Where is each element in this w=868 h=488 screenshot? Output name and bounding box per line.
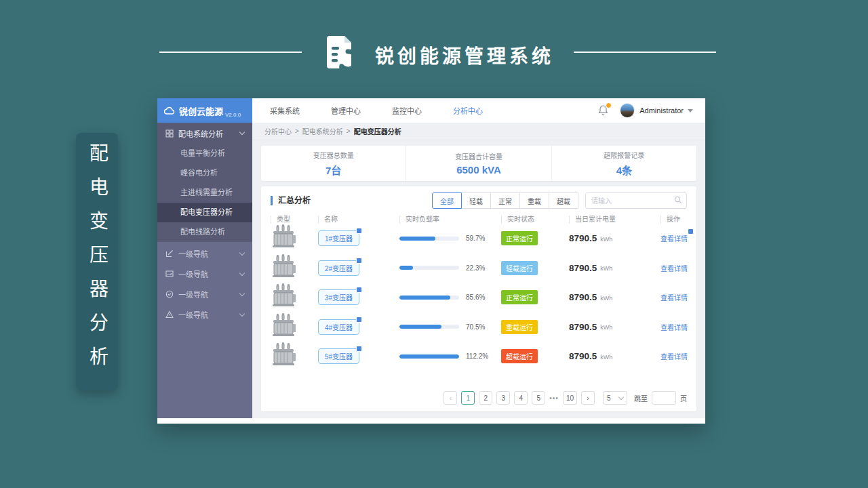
sidebar-group-label: 配电系统分析 — [178, 128, 240, 139]
transformer-image — [271, 283, 299, 311]
alarm-badge — [356, 287, 362, 293]
sidebar-group-nav-4[interactable]: 一级导航 — [157, 304, 252, 325]
content-area: 变压器总数量 7台 变压器合计容量 6500 kVA 超限报警记录 4条 汇总分… — [252, 140, 705, 418]
column-header-name: 名称 — [318, 216, 399, 224]
alarm-badge — [356, 228, 362, 234]
stat-transformer-count: 变压器总数量 7台 — [261, 146, 406, 181]
load-progress-bar — [399, 266, 459, 270]
table-row: 5#变压器 112.2% 超载运行 8790.5kWh 查看详情 — [271, 342, 687, 371]
load-progress-bar — [399, 296, 459, 300]
sidebar-item-transformer-analysis[interactable]: 配电变压器分析 — [157, 203, 252, 222]
stat-total-capacity: 变压器合计容量 6500 kVA — [406, 146, 551, 181]
chevron-down-icon — [239, 129, 245, 135]
system-title: 锐创能源管理系统 — [375, 41, 554, 68]
breadcrumb-item[interactable]: 配电系统分析 — [302, 126, 343, 136]
table-row: 2#变压器 22.3% 轻载运行 8790.5kWh 查看详情 — [271, 253, 687, 283]
filter-normal-button[interactable]: 正常 — [490, 192, 520, 209]
transformer-name-button[interactable]: 2#变压器 — [318, 260, 359, 276]
sidebar-group-nav-1[interactable]: 一级导航 — [157, 243, 252, 264]
pagination-page-1[interactable]: 1 — [461, 391, 475, 405]
topnav-monitoring-center[interactable]: 监控中心 — [392, 105, 422, 116]
chevron-down-icon — [239, 290, 245, 296]
load-percentage: 112.2% — [466, 352, 488, 360]
sidebar-group-header[interactable]: 配电系统分析 — [157, 123, 252, 144]
app-logo[interactable]: 锐创云能源 V2.0.0 — [157, 98, 252, 123]
sidebar-item-peak-valley[interactable]: 峰谷电分析 — [157, 163, 252, 183]
filter-light-load-button[interactable]: 轻载 — [461, 192, 491, 209]
filter-all-button[interactable]: 全部 — [432, 192, 462, 209]
notification-badge — [606, 102, 612, 108]
pagination-prev-button[interactable]: ‹ — [443, 391, 457, 405]
vertical-page-label-text: 配电变压器分析 — [76, 143, 118, 380]
image-icon — [165, 270, 174, 278]
sidebar-group-nav-2[interactable]: 一级导航 — [157, 264, 252, 284]
transformer-image — [271, 224, 299, 252]
breadcrumb-separator: > — [295, 127, 299, 135]
topnav-management-center[interactable]: 管理中心 — [331, 105, 361, 116]
caret-down-icon[interactable] — [688, 109, 693, 113]
transformer-name-button[interactable]: 3#变压器 — [318, 289, 359, 305]
energy-unit: kWh — [600, 295, 612, 302]
sidebar: 锐创云能源 V2.0.0 配电系统分析 电量平衡分析 峰谷电分析 主进线需量分析… — [157, 98, 252, 418]
chevron-down-icon — [239, 249, 245, 255]
search-input[interactable] — [585, 192, 687, 209]
pagination-ellipsis[interactable]: ••• — [549, 394, 559, 402]
sidebar-item-line-analysis[interactable]: 配电线路分析 — [157, 222, 252, 242]
alarm-badge — [356, 258, 362, 264]
jump-to-label: 跳至 — [634, 393, 648, 403]
alarm-badge — [356, 346, 362, 352]
transformer-name-button[interactable]: 5#变压器 — [318, 348, 359, 364]
page-jump-input[interactable] — [652, 391, 676, 405]
view-details-link[interactable]: 查看详情 — [660, 351, 688, 361]
pagination-page-4[interactable]: 4 — [514, 391, 528, 405]
stat-alarm-records: 超限报警记录 4条 — [551, 146, 696, 181]
page-size-select[interactable]: 5 — [603, 391, 627, 405]
warning-triangle-icon — [165, 310, 174, 319]
decorative-line-right — [574, 52, 716, 53]
dashboard-window: 锐创云能源 V2.0.0 配电系统分析 电量平衡分析 峰谷电分析 主进线需量分析… — [157, 98, 705, 424]
sidebar-item-main-line-demand[interactable]: 主进线需量分析 — [157, 183, 252, 203]
topnav-analysis-center[interactable]: 分析中心 — [453, 105, 483, 116]
view-details-link[interactable]: 查看详情 — [660, 322, 688, 332]
notification-bell-icon[interactable] — [598, 104, 609, 117]
pagination-page-10[interactable]: 10 — [563, 391, 577, 405]
energy-value: 8790.5 — [569, 292, 597, 302]
load-percentage: 70.5% — [466, 323, 485, 331]
search-icon — [674, 196, 682, 204]
breadcrumb-item[interactable]: 分析中心 — [264, 126, 292, 136]
energy-value: 8790.5 — [569, 351, 597, 361]
document-refresh-icon — [320, 32, 361, 73]
app-logo-text: 锐创云能源 — [179, 104, 223, 117]
page-unit-label: 页 — [680, 393, 687, 403]
user-name[interactable]: Administrator — [639, 106, 684, 115]
view-details-link[interactable]: 查看详情 — [660, 233, 688, 243]
energy-value: 8790.5 — [569, 263, 597, 273]
load-percentage: 22.3% — [466, 264, 485, 272]
view-details-link[interactable]: 查看详情 — [660, 263, 688, 273]
user-avatar[interactable] — [620, 103, 635, 118]
view-details-link[interactable]: 查看详情 — [660, 292, 688, 302]
topnav-collection-system[interactable]: 采集系统 — [270, 105, 300, 116]
filter-heavy-load-button[interactable]: 重载 — [519, 192, 549, 209]
pagination-next-button[interactable]: › — [581, 391, 595, 405]
transformer-name-button[interactable]: 4#变压器 — [318, 319, 359, 335]
status-badge: 轻载运行 — [501, 261, 538, 275]
column-header-load-rate: 实时负载率 — [399, 216, 501, 224]
status-badge: 超载运行 — [501, 349, 538, 363]
column-header-type: 类型 — [271, 216, 318, 224]
transformer-name-button[interactable]: 1#变压器 — [318, 230, 359, 246]
breadcrumb-current: 配电变压器分析 — [354, 126, 401, 136]
pagination-page-3[interactable]: 3 — [496, 391, 510, 405]
energy-unit: kWh — [600, 236, 612, 243]
filter-overload-button[interactable]: 超载 — [549, 192, 578, 209]
pagination-page-5[interactable]: 5 — [532, 391, 545, 405]
sidebar-item-power-balance[interactable]: 电量平衡分析 — [157, 144, 252, 163]
sidebar-group-nav-3[interactable]: 一级导航 — [157, 284, 252, 304]
load-progress-bar — [399, 354, 459, 359]
chevron-down-icon — [239, 310, 245, 316]
chevron-down-icon — [239, 270, 245, 275]
table-row: 3#变压器 85.6% 正常运行 8790.5kWh 查看详情 — [271, 283, 687, 312]
pagination-page-2[interactable]: 2 — [479, 391, 492, 405]
decorative-line-left — [159, 52, 302, 53]
top-navigation-bar: 采集系统 管理中心 监控中心 分析中心 Administrator — [252, 98, 705, 123]
